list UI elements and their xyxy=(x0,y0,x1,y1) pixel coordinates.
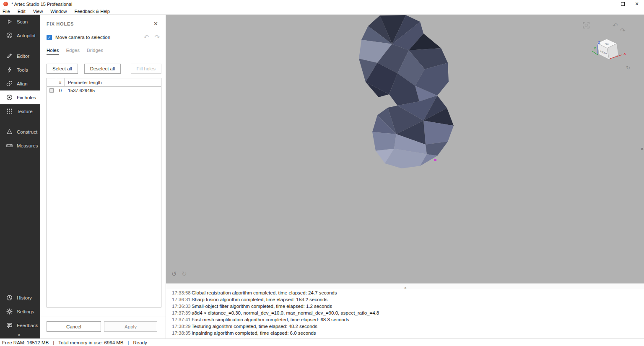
sidebar-item-fix-holes[interactable]: Fix holes xyxy=(0,90,40,104)
history-clock-icon xyxy=(6,294,13,301)
holes-table: # Perimeter length 0 1537.626465 xyxy=(47,78,161,307)
menu-feedback-help[interactable]: Feedback & Help xyxy=(70,9,113,14)
log-rows: 17:33:58Global registration algorithm co… xyxy=(166,289,644,336)
menu-view[interactable]: View xyxy=(29,9,47,14)
undo-icon[interactable]: ↶ xyxy=(144,34,149,41)
holes-table-header: # Perimeter length xyxy=(47,78,161,87)
panel-close-icon[interactable]: ✕ xyxy=(153,21,158,27)
hole-perimeter-value: 1537.626465 xyxy=(65,88,161,93)
menu-window[interactable]: Window xyxy=(47,9,70,14)
pencil-icon xyxy=(6,52,13,59)
log-entry: 17:37:41Fast mesh simplification algorit… xyxy=(172,316,644,323)
log-entry: 17:37:39a8d4 > distance_=0.30, normal_de… xyxy=(172,310,644,316)
sidebar-group-model: Construct Measures xyxy=(0,125,40,152)
view-history-forward-icon[interactable]: ↷ xyxy=(620,27,626,34)
sidebar-item-scan[interactable]: Scan xyxy=(0,15,40,28)
sidebar-item-align[interactable]: Align xyxy=(0,77,40,90)
ruler-icon xyxy=(6,142,13,149)
panel-header: FIX HOLES ✕ xyxy=(40,15,166,29)
texture-icon xyxy=(6,108,13,115)
move-camera-checkbox[interactable]: ✓ xyxy=(47,35,52,40)
window-controls: ✕ xyxy=(601,0,644,8)
window-close-button[interactable]: ✕ xyxy=(630,0,644,8)
viewport-redo-icon[interactable]: ↻ xyxy=(182,270,187,277)
autopilot-icon xyxy=(6,32,13,39)
sidebar: Scan Autopilot Editor Tools Align xyxy=(0,15,40,338)
viewport-expand-right-button[interactable]: « xyxy=(641,145,644,152)
header-perimeter-column[interactable]: Perimeter length xyxy=(65,80,161,85)
scan-icon xyxy=(6,18,13,25)
sidebar-item-measures[interactable]: Measures xyxy=(0,139,40,152)
sidebar-group-bottom: History Settings Feedback xyxy=(0,291,40,332)
chevron-down-icon: « xyxy=(402,287,408,289)
panel-tabs: Holes Edges Bridges xyxy=(47,48,159,55)
minimize-icon xyxy=(606,4,610,4)
maximize-icon xyxy=(621,2,625,6)
sidebar-group-edit: Editor Tools Align Fix holes Texture xyxy=(0,49,40,118)
header-checkbox-column xyxy=(47,78,56,86)
tab-holes[interactable]: Holes xyxy=(47,48,59,55)
window-maximize-button[interactable] xyxy=(615,0,630,8)
cancel-button[interactable]: Cancel xyxy=(47,321,101,332)
fit-view-icon[interactable] xyxy=(583,22,589,28)
sidebar-item-texture[interactable]: Texture xyxy=(0,104,40,118)
status-bar: Free RAM: 16512 MB | Total memory in use… xyxy=(0,338,644,346)
sidebar-item-history[interactable]: History xyxy=(0,291,40,305)
sidebar-item-editor[interactable]: Editor xyxy=(0,49,40,63)
viewport-scene: ↶ ↷ TOP FRONT Z Y X ↻ xyxy=(166,15,644,283)
deselect-all-button[interactable]: Deselect all xyxy=(84,64,121,74)
log-entry: 17:38:35Inpainting algorithm completed, … xyxy=(172,330,644,336)
sidebar-item-settings[interactable]: Settings xyxy=(0,305,40,318)
log-entry: 17:36:33Small-object filter algorithm co… xyxy=(172,303,644,310)
hole-marker-dot xyxy=(434,159,436,161)
window-titlebar[interactable]: * Artec Studio 15 Professional ✕ xyxy=(0,0,644,8)
mesh-3d[interactable] xyxy=(359,15,454,168)
sidebar-item-construct[interactable]: Construct xyxy=(0,125,40,139)
app-logo-icon xyxy=(3,2,8,6)
status-free-ram: Free RAM: 16512 MB xyxy=(2,340,49,345)
sidebar-item-autopilot[interactable]: Autopilot xyxy=(0,28,40,42)
align-icon xyxy=(6,80,13,87)
menu-bar: File Edit View Window Feedback & Help xyxy=(0,8,644,15)
gear-icon xyxy=(6,308,13,315)
sidebar-item-feedback[interactable]: Feedback xyxy=(0,318,40,332)
fix-holes-icon xyxy=(6,94,13,101)
panel-undo-redo: ↶ ↷ xyxy=(144,34,160,41)
sidebar-item-tools[interactable]: Tools xyxy=(0,63,40,77)
move-camera-label: Move camera to selection xyxy=(55,35,110,40)
status-memory-in-use: Total memory in use: 6964 MB xyxy=(58,340,123,345)
menu-edit[interactable]: Edit xyxy=(14,9,29,14)
fill-holes-button[interactable]: Fill holes xyxy=(131,64,161,74)
select-all-button[interactable]: Select all xyxy=(47,64,78,74)
log-entry: 17:33:58Global registration algorithm co… xyxy=(172,289,644,296)
apply-button[interactable]: Apply xyxy=(104,321,157,332)
window-minimize-button[interactable] xyxy=(601,0,615,8)
header-index-column: # xyxy=(56,78,65,86)
tab-bridges[interactable]: Bridges xyxy=(87,48,103,55)
sidebar-group-scan: Scan Autopilot xyxy=(0,15,40,42)
table-row[interactable]: 0 1537.626465 xyxy=(47,87,161,94)
status-ready: Ready xyxy=(133,340,147,345)
viewport-3d[interactable]: ↶ ↷ TOP FRONT Z Y X ↻ xyxy=(166,15,644,283)
axis-z-label: Z xyxy=(598,41,600,44)
construct-icon xyxy=(6,128,13,135)
log-panel: « 17:33:58Global registration algorithm … xyxy=(166,283,644,338)
window-title: * Artec Studio 15 Professional xyxy=(11,2,73,7)
view-history-back-icon[interactable]: ↶ xyxy=(613,22,618,29)
nav-cube-rotate-icon[interactable]: ↻ xyxy=(626,65,630,71)
sidebar-collapse-button[interactable]: « xyxy=(0,332,40,338)
chat-bubble-icon xyxy=(6,322,13,329)
tab-edges[interactable]: Edges xyxy=(66,48,80,55)
log-collapse-button[interactable]: « xyxy=(166,284,644,289)
lightning-icon xyxy=(6,66,13,73)
hole-row-checkbox[interactable] xyxy=(49,88,54,93)
redo-icon[interactable]: ↷ xyxy=(154,34,160,41)
status-separator: | xyxy=(128,340,129,345)
axis-y-label: Y xyxy=(594,46,596,50)
move-camera-row: ✓ Move camera to selection ↶ ↷ xyxy=(47,34,160,41)
navigation-cube[interactable]: TOP FRONT xyxy=(597,39,618,59)
holes-actions: Select all Deselect all Fill holes xyxy=(47,64,161,74)
axis-x-label: X xyxy=(623,52,626,56)
viewport-undo-icon[interactable]: ↺ xyxy=(171,270,177,277)
menu-file[interactable]: File xyxy=(3,9,14,14)
